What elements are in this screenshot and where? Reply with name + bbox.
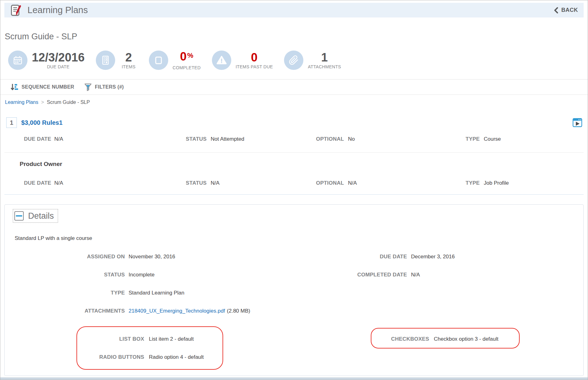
filter-funnel-icon [84,83,92,91]
field-label: TYPE [419,136,480,142]
field-value: No [348,136,355,142]
field-label: STATUS [5,272,125,278]
sort-icon [10,83,18,91]
filters-label: FILTERS (#) [95,84,124,90]
field-value: N/A [211,180,219,186]
field-label: DUE DATE [4,180,51,186]
breadcrumb-learning-plans-link[interactable]: Learning Plans [5,99,38,106]
items-icon [96,51,115,70]
breadcrumb: Learning Plans > Scrum Guide - SLP [0,99,588,106]
item-divider [4,152,584,153]
field-value: N/A [411,272,420,278]
item-title-link[interactable]: $3,000 Rules1 [21,119,62,126]
field-label: RADIO BUTTONS [5,354,144,360]
field-label: TYPE [5,290,125,296]
learning-plans-icon [9,4,22,17]
field-label: OPTIONAL [285,180,344,186]
breadcrumb-current: Scrum Guide - SLP [47,99,90,106]
field-label: CHECKBOXES [286,336,429,342]
item-sequence-number: 1 [6,117,17,128]
field-label: DUE DATE [4,136,51,142]
plan-title: Scrum Guide - SLP [5,31,588,42]
filters-button[interactable]: FILTERS (#) [84,83,124,91]
stat-due-date: 12/3/2016 DUE DATE [8,51,85,70]
attachment-size: (2.80 MB) [227,308,250,314]
stat-completed: 0% COMPLETED [149,51,201,70]
collapse-details-icon[interactable] [14,211,24,221]
app-header: Learning Plans BACK [4,3,584,17]
field-label: ATTACHMENTS [5,308,125,314]
field-label: TYPE [419,180,480,186]
job-profile-title: Product Owner [20,159,584,169]
calendar-icon [8,51,27,70]
field-value: N/A [348,180,357,186]
plan-item-course: 1 $3,000 Rules1 DUE DATEN/A STATUSNot At… [4,117,584,145]
field-value: Radio option 4 - default [149,354,204,360]
details-description: Standard LP with a single course [15,235,583,242]
alert-icon [212,51,231,70]
field-label: OPTIONAL [285,136,344,142]
item-fields-row: DUE DATEN/A STATUSNot Attempted OPTIONAL… [4,133,584,145]
paperclip-icon [284,51,303,70]
field-value: Course [484,136,501,142]
stat-due-date-value: 12/3/2016 [32,51,85,63]
back-button[interactable]: BACK [554,7,578,14]
field-value: November 30, 2016 [129,254,175,260]
field-value: N/A [54,180,63,186]
stat-attachments: 1 ATTACHMENTS [284,51,341,70]
field-value: Not Attempted [211,136,244,142]
back-label: BACK [561,7,578,13]
page-bottom-edge [0,378,588,380]
details-header: Details [13,209,58,223]
stat-past-due-label: ITEMS PAST DUE [236,64,273,69]
details-title: Details [28,211,54,221]
sort-sequence-button[interactable]: SEQUENCE NUMBER [10,83,74,91]
field-value: List item 2 - default [149,336,194,342]
completed-icon [149,51,168,70]
field-label: LIST BOX [5,336,144,342]
details-panel: Details Standard LP with a single course… [4,204,584,376]
stat-attachments-label: ATTACHMENTS [308,64,341,69]
attachment-link[interactable]: 218409_UX_Emerging_Technologies.pdf [129,308,225,314]
stat-items-value: 2 [125,51,132,63]
field-label: COMPLETED DATE [286,272,407,278]
field-value: December 3, 2016 [411,254,455,260]
field-value: Job Profile [484,180,509,186]
launch-course-icon[interactable] [572,118,582,128]
field-label: STATUS [154,180,207,186]
attachment-value: 218409_UX_Emerging_Technologies.pdf(2.80… [129,308,250,314]
stat-due-date-label: DUE DATE [47,64,69,69]
field-value: Standard Learning Plan [129,290,184,296]
field-value: Incomplete [129,272,154,278]
stat-items-label: ITEMS [122,64,135,69]
stat-completed-value: 0% [180,51,194,64]
plan-item-job-profile: Product Owner DUE DATEN/A STATUSN/A OPTI… [4,159,584,189]
item-fields-row: DUE DATEN/A STATUSN/A OPTIONALN/A TYPEJo… [4,177,584,189]
stat-past-due-value: 0 [251,51,257,63]
breadcrumb-separator: > [41,99,44,106]
stat-items: 2 ITEMS [96,51,138,70]
page-header-title: Learning Plans [27,5,554,15]
back-chevron-icon [554,7,559,14]
stat-attachments-value: 1 [321,51,328,63]
field-label: DUE DATE [286,254,407,260]
field-label: ASSIGNED ON [5,254,125,260]
list-toolbar: SEQUENCE NUMBER FILTERS (#) [0,79,588,95]
field-label: STATUS [154,136,207,142]
stat-past-due: 0 ITEMS PAST DUE [212,51,273,70]
section-divider [4,194,584,195]
field-value: N/A [54,136,63,142]
plan-stats: 12/3/2016 DUE DATE 2 ITEMS [4,50,588,71]
sort-sequence-label: SEQUENCE NUMBER [22,84,74,90]
field-value: Checkbox option 3 - default [434,336,498,342]
stat-completed-label: COMPLETED [173,65,201,70]
